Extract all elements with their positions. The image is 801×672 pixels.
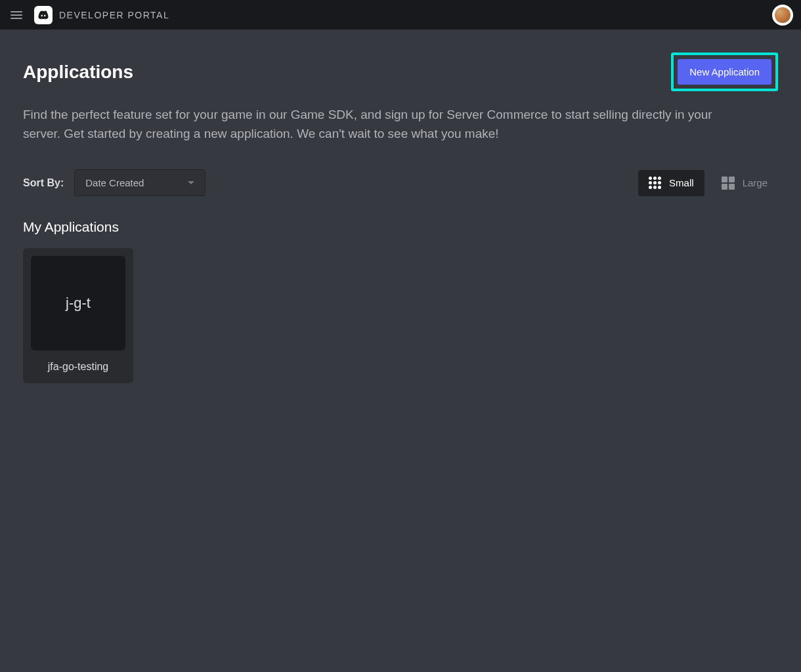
view-block: Small Large: [638, 170, 778, 196]
header-row: Applications New Application: [23, 52, 778, 91]
view-large-button[interactable]: Large: [711, 170, 778, 196]
discord-logo-icon: [34, 6, 53, 24]
app-card[interactable]: j-g-t jfa-go-testing: [23, 248, 133, 383]
topbar: DEVELOPER PORTAL: [0, 0, 801, 30]
logo-block[interactable]: DEVELOPER PORTAL: [34, 6, 169, 24]
view-small-label: Small: [669, 177, 694, 188]
app-grid: j-g-t jfa-go-testing: [23, 248, 778, 383]
highlight-annotation: New Application: [671, 52, 778, 91]
avatar[interactable]: [772, 5, 793, 26]
page-title: Applications: [23, 62, 133, 83]
view-large-label: Large: [743, 177, 768, 188]
page-description: Find the perfect feature set for your ga…: [23, 106, 732, 143]
avatar-image: [775, 7, 790, 23]
sort-value: Date Created: [85, 177, 144, 188]
content: Applications New Application Find the pe…: [0, 30, 801, 406]
controls-row: Sort By: Date Created Small Large: [23, 169, 778, 196]
app-thumbnail: j-g-t: [31, 256, 125, 350]
grid-small-icon: [649, 177, 661, 189]
view-small-button[interactable]: Small: [638, 170, 704, 196]
sort-label: Sort By:: [23, 177, 64, 189]
grid-large-icon: [722, 177, 735, 190]
menu-icon[interactable]: [8, 9, 25, 22]
app-name: jfa-go-testing: [31, 361, 125, 375]
topbar-left: DEVELOPER PORTAL: [8, 6, 169, 24]
sort-dropdown[interactable]: Date Created: [74, 169, 206, 196]
portal-title: DEVELOPER PORTAL: [59, 10, 169, 20]
chevron-down-icon: [188, 181, 194, 184]
new-application-button[interactable]: New Application: [678, 59, 771, 85]
sort-block: Sort By: Date Created: [23, 169, 206, 196]
section-title: My Applications: [23, 219, 778, 235]
